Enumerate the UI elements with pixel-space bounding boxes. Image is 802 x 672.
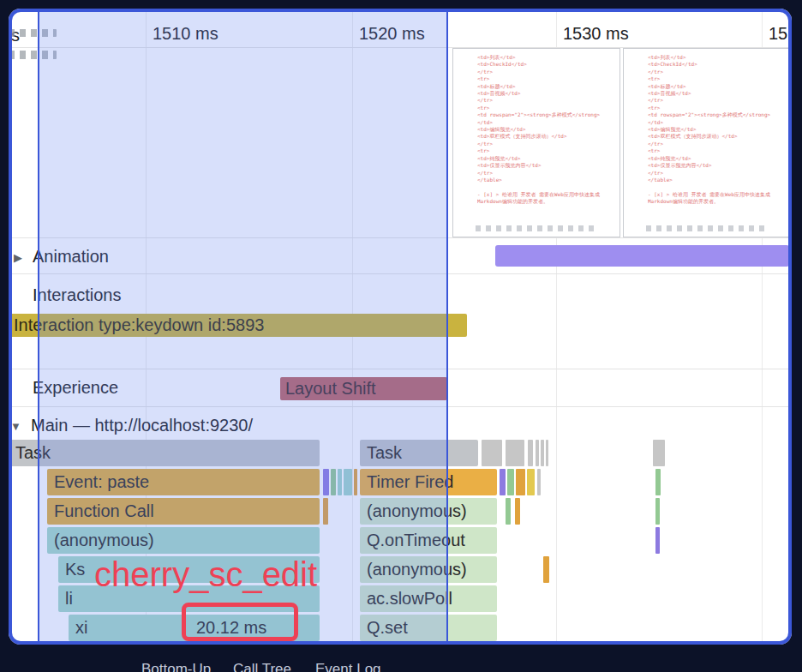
tab-bottom-up[interactable]: Bottom-Up <box>141 661 211 672</box>
tick-label: 15 <box>769 24 787 44</box>
devtools-performance-panel: s 1510 ms 1520 ms 1530 ms 15 <td>列表</td>… <box>0 0 802 672</box>
flame-chip[interactable] <box>515 498 520 525</box>
flame-chip[interactable] <box>528 440 533 466</box>
selection-left-handle[interactable] <box>38 9 39 645</box>
tab-call-tree[interactable]: Call Tree <box>233 661 291 672</box>
flame-chip[interactable] <box>653 440 665 466</box>
flame-chip[interactable] <box>516 469 525 495</box>
flame-chip[interactable] <box>506 440 524 466</box>
screenshot-page-toolbar-icons <box>476 225 596 231</box>
tab-event-log[interactable]: Event Log <box>315 661 381 672</box>
flame-chip[interactable] <box>507 469 514 495</box>
flame-chip[interactable] <box>537 469 541 495</box>
annotation-text: cherry_sc_edit <box>94 555 317 594</box>
flame-chip[interactable] <box>536 440 539 466</box>
collapse-arrow-icon[interactable]: ▼ <box>10 420 21 433</box>
flame-chip[interactable] <box>500 469 506 495</box>
flame-chip[interactable] <box>655 527 660 554</box>
screenshot-page-text: <td>列表</td> <td>CheckId</td> </tr> <tr> … <box>648 54 784 206</box>
selection-range-overlay <box>39 9 447 645</box>
flame-chip[interactable] <box>482 440 502 466</box>
screenshot-page-toolbar-icons <box>646 225 766 231</box>
screenshot-thumbnail[interactable]: <td>列表</td> <td>CheckId</td> </tr> <tr> … <box>623 48 789 237</box>
flame-chip[interactable] <box>527 469 535 495</box>
flame-chip[interactable] <box>655 469 661 495</box>
selection-right-handle[interactable] <box>446 9 448 645</box>
flame-chip[interactable] <box>655 498 660 525</box>
animation-bar[interactable] <box>495 245 789 267</box>
screenshot-page-text: <td>列表</td> <td>CheckId</td> </tr> <tr> … <box>477 54 615 206</box>
screenshot-thumbnail[interactable]: <td>列表</td> <td>CheckId</td> </tr> <tr> … <box>452 48 620 237</box>
flame-chip[interactable] <box>541 440 544 466</box>
flame-chip[interactable] <box>543 556 549 583</box>
flame-chip[interactable] <box>506 498 511 525</box>
tick-label: 1530 ms <box>563 24 629 44</box>
annotation-highlight-box <box>182 603 298 641</box>
flame-chip[interactable] <box>546 440 548 466</box>
expand-arrow-icon[interactable]: ▶ <box>14 251 22 264</box>
flame-chart-panel: s 1510 ms 1520 ms 1530 ms 15 <td>列表</td>… <box>9 9 792 645</box>
